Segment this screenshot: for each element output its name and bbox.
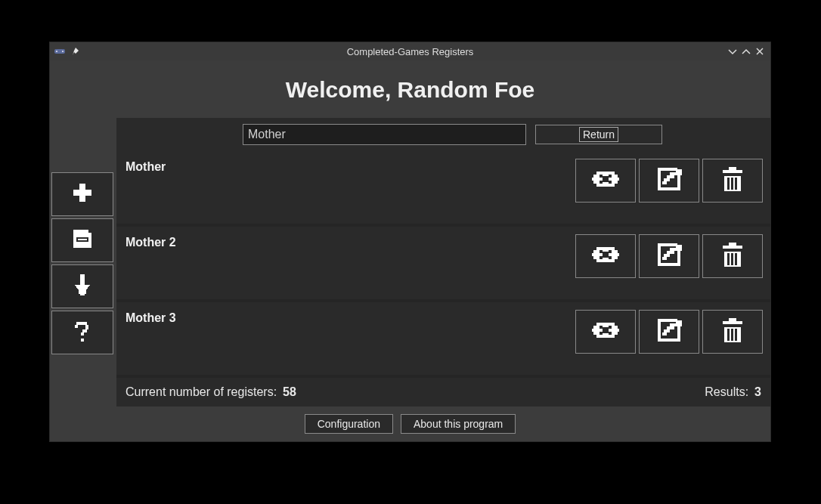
status-bar: Current number of registers: 58 Results:… [116,378,770,407]
list-item: Mother 2 [116,227,770,299]
add-button[interactable] [51,172,113,216]
count-value: 58 [283,385,296,399]
about-button[interactable]: About this program [401,414,516,434]
welcome-heading: Welcome, Random Foe [50,77,770,103]
close-icon[interactable] [755,47,764,56]
results-list: Mother Mother 2 Mother [116,151,770,375]
edit-icon [655,240,683,272]
results-label: Results: [705,385,748,399]
download-icon [70,273,94,300]
search-input[interactable] [243,124,526,145]
trash-icon [717,241,748,271]
header: Welcome, Random Foe [50,60,770,118]
main-panel: Return Mother Mother 2 [116,118,770,407]
edit-icon [655,316,683,348]
titlebar: Completed-Games Registers [50,42,770,60]
save-button[interactable] [51,218,113,262]
sidebar [50,118,116,407]
edit-button[interactable] [639,310,699,354]
delete-button[interactable] [702,159,763,203]
help-icon [70,319,94,346]
save-icon [70,227,94,254]
help-button[interactable] [51,311,113,354]
footer: Configuration About this program [50,407,770,441]
view-icon [589,317,622,347]
configuration-button[interactable]: Configuration [305,414,393,434]
list-item: Mother [116,151,770,224]
view-button[interactable] [575,234,636,278]
edit-button[interactable] [639,159,699,203]
game-title: Mother 2 [125,234,575,249]
edit-button[interactable] [639,234,699,278]
delete-button[interactable] [702,234,763,278]
game-title: Mother 3 [125,310,575,325]
trash-icon [717,165,748,196]
results-value: 3 [754,385,761,399]
pin-icon[interactable] [71,46,80,57]
view-button[interactable] [575,310,636,354]
import-button[interactable] [51,264,113,308]
app-window: Completed-Games Registers Welcome, Rando… [49,42,771,442]
view-button[interactable] [575,159,636,203]
minimize-icon[interactable] [728,47,737,56]
return-label: Return [579,127,618,142]
return-button[interactable]: Return [535,125,662,144]
gamepad-icon [54,47,67,56]
edit-icon [655,165,683,196]
plus-icon [70,181,94,208]
delete-button[interactable] [702,310,763,354]
view-icon [589,241,622,271]
search-row: Return [116,118,770,151]
view-icon [589,165,622,196]
list-item: Mother 3 [116,302,770,375]
game-title: Mother [125,159,575,174]
count-label: Current number of registers: [125,385,277,399]
trash-icon [717,317,748,347]
maximize-icon[interactable] [742,47,751,56]
window-title: Completed-Games Registers [50,46,770,57]
